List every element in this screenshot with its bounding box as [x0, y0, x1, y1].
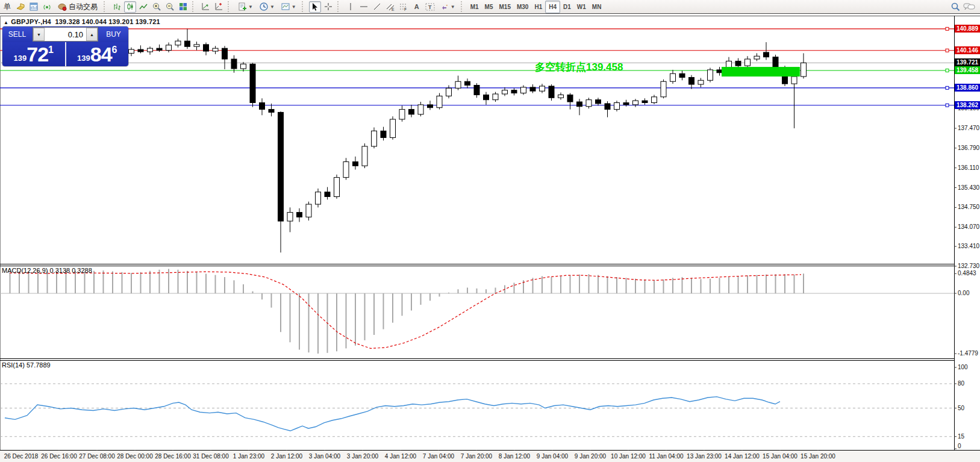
- mt4-window: { "toolbar": { "order_button": "单", "aut…: [0, 0, 980, 462]
- candle-body: [362, 146, 367, 166]
- candle-body: [185, 41, 190, 46]
- label-tool-button[interactable]: T: [424, 1, 436, 13]
- line-handle: [946, 104, 949, 107]
- macd-scale-label: 0.4843: [958, 270, 976, 276]
- periods-button[interactable]: ▼: [257, 1, 277, 13]
- time-axis-label: 27 Dec 08:00: [79, 453, 115, 460]
- price-tick-label: 132.730: [958, 263, 979, 269]
- chart-window-icon[interactable]: [28, 1, 40, 13]
- templates-button[interactable]: ▼: [278, 1, 299, 13]
- cursor-button[interactable]: [309, 1, 321, 13]
- vertical-line-button[interactable]: [345, 1, 357, 13]
- candle-body: [148, 48, 153, 52]
- new-order-button[interactable]: 单: [1, 1, 13, 13]
- candle-body: [577, 102, 582, 107]
- indicator-window-icon: [214, 2, 223, 11]
- chart-plot-area[interactable]: [0, 0, 980, 462]
- highlight-rect: [722, 67, 800, 76]
- candle-body: [511, 90, 517, 93]
- search-button[interactable]: [949, 1, 961, 13]
- timeframe-m15[interactable]: M15: [496, 1, 514, 13]
- timeframe-h4[interactable]: H4: [545, 1, 560, 13]
- buy-button[interactable]: BUY: [99, 27, 128, 42]
- candle-body: [241, 64, 246, 69]
- crosshair-button[interactable]: [322, 1, 334, 13]
- candle-body: [194, 45, 199, 46]
- indicator-window-button[interactable]: [213, 1, 225, 13]
- price-tag: 138.262: [955, 101, 980, 109]
- autotrading-icon: [57, 2, 67, 11]
- chat-button[interactable]: [963, 1, 976, 13]
- signals-icon[interactable]: [41, 1, 53, 13]
- rsi-scale-label: 0: [958, 443, 961, 449]
- price-tick-label: 134.070: [958, 223, 979, 230]
- indicator-list-button[interactable]: [199, 1, 211, 13]
- arrows-button[interactable]: ▼: [437, 1, 458, 13]
- search-icon: [950, 2, 961, 12]
- price-tag: 138.860: [955, 84, 980, 92]
- candle-body: [633, 101, 638, 105]
- candle-body: [652, 97, 657, 103]
- trendline-button[interactable]: [371, 1, 383, 13]
- timeframe-mn[interactable]: MN: [589, 1, 605, 13]
- price-tick-label: 136.790: [958, 145, 979, 151]
- time-axis-label: 1 Jan 23:00: [233, 453, 264, 460]
- volume-up-button[interactable]: ▲: [86, 28, 98, 41]
- sell-price-display[interactable]: 139721: [2, 42, 66, 66]
- candle-body: [138, 49, 143, 52]
- clock-icon: [259, 2, 269, 11]
- buy-price-display[interactable]: 139846: [66, 42, 129, 66]
- zoom-out-button[interactable]: [164, 1, 176, 13]
- tile-windows-icon: [178, 2, 188, 11]
- candle-body: [381, 131, 386, 137]
- candle-body: [689, 77, 694, 84]
- volume-down-button[interactable]: ▼: [33, 28, 45, 41]
- horizontal-line-button[interactable]: [358, 1, 370, 13]
- candle-body: [418, 105, 423, 114]
- line-chart-button[interactable]: [137, 1, 149, 13]
- sell-button[interactable]: SELL: [2, 27, 32, 42]
- line-chart-icon: [139, 2, 148, 11]
- equidistant-channel-button[interactable]: E: [384, 1, 396, 13]
- candle-body: [428, 105, 433, 108]
- candle-body: [614, 102, 620, 109]
- time-axis-label: 26 Dec 16:00: [41, 453, 77, 460]
- add-indicator-button[interactable]: ▼: [235, 1, 255, 13]
- bar-chart-icon: [112, 2, 122, 11]
- rsi-indicator-label: RSI(14) 57.7889: [2, 361, 51, 369]
- chevron-down-icon: ▼: [270, 4, 275, 10]
- tile-windows-button[interactable]: [177, 1, 189, 13]
- candle-body: [558, 95, 564, 98]
- time-axis-label: 8 Jan 12:00: [499, 453, 530, 460]
- timeframe-d1[interactable]: D1: [560, 1, 574, 13]
- timeframe-m5[interactable]: M5: [482, 1, 496, 13]
- timeframe-m1[interactable]: M1: [467, 1, 482, 13]
- candle-body: [287, 213, 293, 221]
- candle-body: [735, 61, 741, 66]
- collapse-arrow-icon[interactable]: ▲: [4, 20, 8, 25]
- bar-chart-button[interactable]: [111, 1, 123, 13]
- candlestick-chart-button[interactable]: [124, 1, 136, 13]
- timeframe-w1[interactable]: W1: [574, 1, 589, 13]
- time-axis-label: 26 Dec 2018: [4, 453, 39, 460]
- autotrading-button[interactable]: 自动交易: [54, 1, 101, 13]
- candle-body: [213, 48, 218, 51]
- time-axis-label: 10 Jan 12:00: [611, 453, 646, 460]
- timeframe-h1[interactable]: H1: [531, 1, 545, 13]
- zoom-in-button[interactable]: [151, 1, 163, 13]
- text-tool-button[interactable]: A: [411, 1, 423, 13]
- volume-input[interactable]: 0.10: [45, 28, 86, 41]
- order-book-icon[interactable]: [14, 1, 27, 13]
- price-tick-label: 134.750: [958, 204, 979, 210]
- candle-body: [754, 56, 760, 59]
- time-axis-label: 14 Jan 12:00: [725, 453, 760, 460]
- fibonacci-button[interactable]: F: [398, 1, 410, 13]
- buy-price-base: 139: [77, 54, 90, 63]
- timeframe-m30[interactable]: M30: [514, 1, 531, 13]
- sell-price-pip: 1: [48, 45, 54, 55]
- chevron-down-icon: ▼: [248, 4, 253, 10]
- time-axis-label: 2 Jan 12:00: [271, 453, 302, 460]
- buy-price-big: 84: [90, 43, 112, 65]
- time-axis-label: 7 Jan 20:00: [461, 453, 492, 460]
- time-axis-label: 31 Dec 08:00: [193, 453, 229, 460]
